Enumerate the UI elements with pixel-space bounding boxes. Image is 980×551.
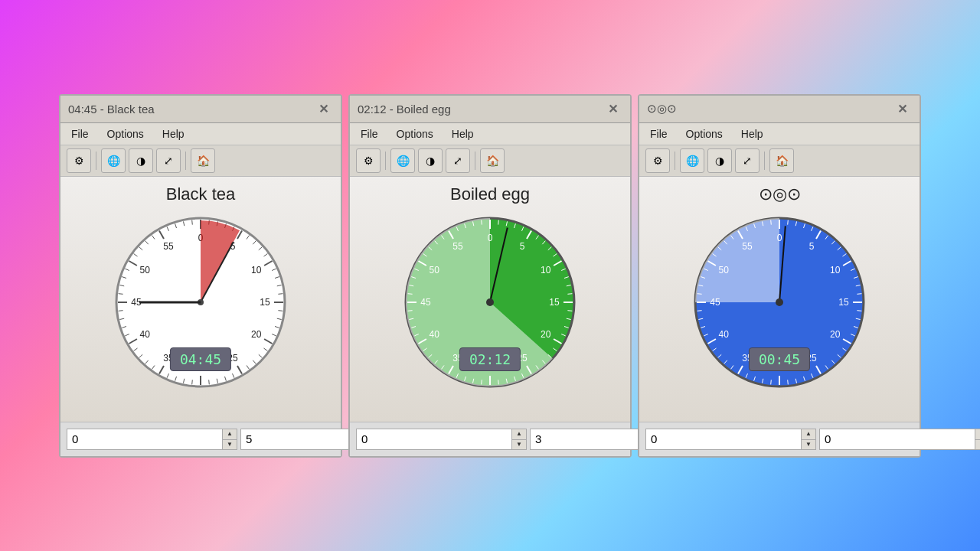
svg-text:10: 10 bbox=[541, 265, 551, 276]
menu-options-timer3[interactable]: Options bbox=[683, 126, 726, 142]
menu-bar-timer3: File Options Help bbox=[639, 123, 920, 145]
title-bar-boiled-egg: 02:12 - Boiled egg ✕ bbox=[350, 96, 630, 123]
svg-text:10: 10 bbox=[251, 265, 262, 276]
spinners-row-black-tea: ▲▼▲▼▲▼ bbox=[60, 422, 341, 456]
svg-text:55: 55 bbox=[163, 241, 174, 252]
title-bar-timer3: ⊙◎⊙ ✕ bbox=[639, 96, 920, 123]
spinner-arrows-timer3-0: ▲▼ bbox=[801, 429, 815, 449]
toolbar-boiled-egg: ⚙🌐◑⤢🏠 bbox=[350, 145, 630, 177]
globe-icon-black-tea[interactable]: 🌐 bbox=[101, 148, 126, 173]
expand-icon-boiled-egg[interactable]: ⤢ bbox=[446, 148, 470, 173]
svg-line-123 bbox=[408, 293, 413, 294]
toolbar-timer3: ⚙🌐◑⤢🏠 bbox=[639, 145, 920, 177]
menu-file-timer3[interactable]: File bbox=[647, 126, 671, 142]
spinner-down-boiled-egg-0[interactable]: ▼ bbox=[512, 439, 526, 449]
toolbar-sep-3 bbox=[475, 152, 475, 170]
menu-file-boiled-egg[interactable]: File bbox=[358, 126, 381, 142]
menu-help-boiled-egg[interactable]: Help bbox=[449, 126, 477, 142]
menu-options-black-tea[interactable]: Options bbox=[104, 126, 147, 142]
spinner-input-timer3-1[interactable] bbox=[820, 429, 975, 448]
time-display-timer3: 00:45 bbox=[749, 347, 810, 371]
svg-text:0: 0 bbox=[777, 233, 782, 243]
title-bar-black-tea: 04:45 - Black tea ✕ bbox=[60, 96, 341, 123]
svg-line-168 bbox=[857, 310, 861, 311]
svg-line-181 bbox=[788, 380, 789, 384]
contrast-icon-black-tea[interactable]: ◑ bbox=[129, 148, 153, 173]
svg-line-196 bbox=[697, 310, 702, 311]
toolbar-sep-0 bbox=[385, 152, 386, 170]
home-icon-black-tea[interactable]: 🏠 bbox=[191, 148, 215, 173]
svg-line-108 bbox=[482, 380, 482, 384]
spinner-input-black-tea-0[interactable] bbox=[67, 429, 222, 448]
spinner-input-boiled-egg-0[interactable] bbox=[357, 429, 511, 448]
spinner-up-black-tea-0[interactable]: ▲ bbox=[223, 429, 237, 439]
settings-icon-black-tea[interactable]: ⚙ bbox=[67, 148, 91, 173]
menu-help-black-tea[interactable]: Help bbox=[159, 126, 188, 142]
toolbar-sep-0 bbox=[96, 152, 96, 170]
svg-text:20: 20 bbox=[830, 329, 841, 340]
window-title-timer3: ⊙◎⊙ bbox=[647, 102, 677, 116]
svg-text:15: 15 bbox=[838, 297, 849, 308]
menu-bar-boiled-egg: File Options Help bbox=[350, 123, 630, 145]
spinner-arrows-boiled-egg-0: ▲▼ bbox=[511, 429, 526, 449]
window-title-boiled-egg: 02:12 - Boiled egg bbox=[358, 103, 451, 116]
svg-text:5: 5 bbox=[809, 241, 815, 252]
spinner-down-timer3-0[interactable]: ▼ bbox=[802, 439, 815, 449]
spinners-row-timer3: ▲▼▲▼▲▼ bbox=[639, 422, 920, 456]
globe-icon-timer3[interactable]: 🌐 bbox=[680, 148, 704, 173]
spinner-up-timer3-1[interactable]: ▲ bbox=[975, 429, 980, 439]
spinner-black-tea-0: ▲▼ bbox=[67, 429, 237, 450]
home-icon-timer3[interactable]: 🏠 bbox=[769, 148, 794, 173]
menu-help-timer3[interactable]: Help bbox=[738, 126, 766, 142]
spinner-timer3-0: ▲▼ bbox=[645, 429, 816, 450]
settings-icon-boiled-egg[interactable]: ⚙ bbox=[356, 148, 381, 173]
close-button-black-tea[interactable]: ✕ bbox=[314, 100, 333, 118]
clock-area-boiled-egg: Boiled egg051015202530354045505502:12 bbox=[350, 177, 630, 422]
menu-options-boiled-egg[interactable]: Options bbox=[394, 126, 436, 142]
spinner-timer3-1: ▲▼ bbox=[819, 429, 980, 450]
menu-bar-black-tea: File Options Help bbox=[60, 123, 341, 145]
contrast-icon-timer3[interactable]: ◑ bbox=[707, 148, 732, 173]
svg-line-17 bbox=[278, 310, 283, 311]
svg-text:0: 0 bbox=[488, 233, 493, 243]
close-button-boiled-egg[interactable]: ✕ bbox=[603, 100, 622, 118]
spinner-input-timer3-0[interactable] bbox=[646, 429, 801, 448]
spinner-up-timer3-0[interactable]: ▲ bbox=[802, 429, 815, 439]
svg-line-91 bbox=[567, 293, 572, 294]
svg-text:45: 45 bbox=[420, 297, 431, 308]
clock-title-boiled-egg: Boiled egg bbox=[450, 184, 530, 204]
menu-file-black-tea[interactable]: File bbox=[68, 126, 92, 142]
svg-text:40: 40 bbox=[719, 329, 730, 340]
svg-line-136 bbox=[482, 220, 482, 224]
svg-point-225 bbox=[776, 298, 783, 306]
clock-svg-container-black-tea: 051015202530354045505504:45 bbox=[109, 210, 292, 394]
spinner-arrows-black-tea-0: ▲▼ bbox=[222, 429, 237, 449]
svg-text:55: 55 bbox=[742, 241, 753, 252]
svg-text:40: 40 bbox=[140, 329, 151, 340]
close-button-timer3[interactable]: ✕ bbox=[893, 100, 912, 118]
clock-svg-container-timer3: 051015202530354045505500:45 bbox=[688, 210, 871, 394]
spinner-down-black-tea-0[interactable]: ▼ bbox=[223, 439, 237, 449]
toolbar-sep-3 bbox=[764, 152, 765, 170]
spinner-down-timer3-1[interactable]: ▼ bbox=[975, 439, 980, 449]
globe-icon-boiled-egg[interactable]: 🌐 bbox=[390, 148, 415, 173]
svg-line-166 bbox=[857, 293, 861, 294]
contrast-icon-boiled-egg[interactable]: ◑ bbox=[418, 148, 443, 173]
time-display-black-tea: 04:45 bbox=[170, 347, 231, 371]
svg-text:40: 40 bbox=[430, 329, 440, 340]
svg-line-121 bbox=[408, 310, 413, 311]
svg-text:50: 50 bbox=[719, 265, 730, 276]
home-icon-boiled-egg[interactable]: 🏠 bbox=[480, 148, 505, 173]
clock-area-timer3: ⊙◎⊙051015202530354045505500:45 bbox=[639, 177, 920, 422]
spinners-row-boiled-egg: ▲▼▲▼▲▼ bbox=[350, 422, 630, 456]
timer-window-boiled-egg: 02:12 - Boiled egg ✕ File Options Help ⚙… bbox=[348, 94, 632, 458]
spinner-up-boiled-egg-0[interactable]: ▲ bbox=[512, 429, 526, 439]
expand-icon-black-tea[interactable]: ⤢ bbox=[156, 148, 181, 173]
svg-line-198 bbox=[697, 293, 702, 294]
toolbar-black-tea: ⚙🌐◑⤢🏠 bbox=[60, 145, 341, 177]
expand-icon-timer3[interactable]: ⤢ bbox=[735, 148, 760, 173]
svg-point-150 bbox=[486, 298, 494, 306]
window-title-black-tea: 04:45 - Black tea bbox=[68, 103, 155, 116]
settings-icon-timer3[interactable]: ⚙ bbox=[645, 148, 670, 173]
timer-window-timer3: ⊙◎⊙ ✕ File Options Help ⚙🌐◑⤢🏠⊙◎⊙05101520… bbox=[638, 94, 921, 458]
